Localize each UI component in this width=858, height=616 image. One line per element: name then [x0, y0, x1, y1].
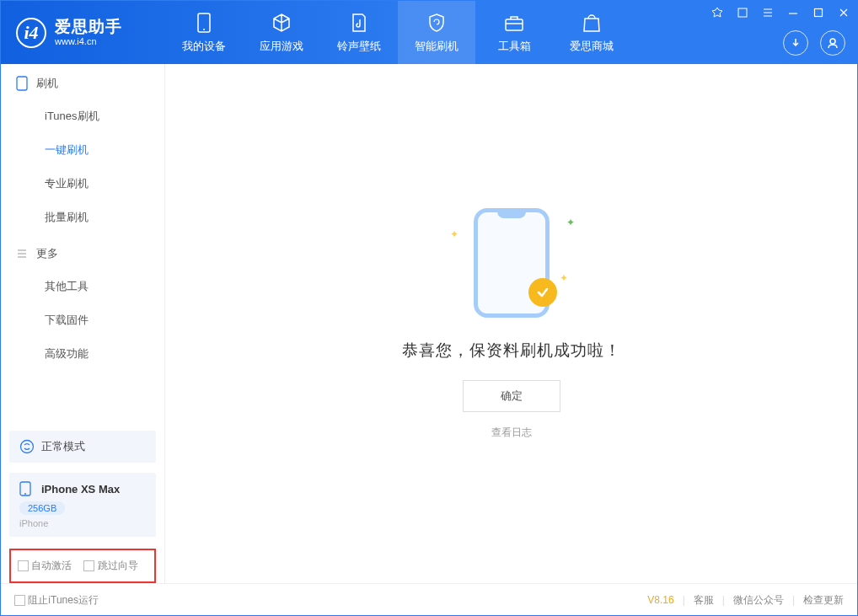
logo-icon: i4 — [16, 18, 46, 48]
section-flash: 刷机 — [1, 64, 164, 99]
view-log-link[interactable]: 查看日志 — [491, 426, 532, 440]
shield-refresh-icon — [426, 12, 448, 34]
window-controls — [711, 6, 850, 19]
svg-point-1 — [203, 29, 205, 30]
bag-icon — [581, 12, 603, 34]
phone-small-icon — [16, 76, 28, 91]
svg-rect-6 — [17, 77, 27, 90]
toolbox-icon — [503, 12, 525, 34]
download-button[interactable] — [783, 30, 808, 56]
svg-rect-3 — [738, 8, 747, 17]
cube-icon — [271, 12, 292, 34]
sidebar: 刷机 iTunes刷机 一键刷机 专业刷机 批量刷机 更多 其他工具 下载固件 … — [1, 64, 165, 583]
nav-ringtone-wallpaper[interactable]: 铃声壁纸 — [320, 1, 398, 64]
checkbox-label: 跳过向导 — [98, 560, 138, 571]
app-url: www.i4.cn — [55, 36, 122, 46]
svg-point-5 — [830, 39, 835, 44]
success-message: 恭喜您，保资料刷机成功啦！ — [402, 340, 621, 362]
header: i4 爱思助手 www.i4.cn 我的设备 应用游戏 铃声壁纸 智能刷机 工具… — [1, 1, 857, 64]
nav: 我的设备 应用游戏 铃声壁纸 智能刷机 工具箱 爱思商城 — [165, 1, 630, 64]
nav-label: 智能刷机 — [415, 39, 458, 54]
svg-point-9 — [24, 493, 26, 495]
mode-label: 正常模式 — [41, 439, 85, 454]
ok-button[interactable]: 确定 — [463, 380, 560, 412]
device-card[interactable]: iPhone XS Max 256GB iPhone — [9, 473, 156, 537]
nav-apps-games[interactable]: 应用游戏 — [243, 1, 320, 64]
nav-label: 应用游戏 — [260, 39, 303, 54]
checkbox-label: 阻止iTunes运行 — [28, 594, 99, 606]
nav-store[interactable]: 爱思商城 — [553, 1, 630, 64]
phone-icon — [193, 12, 215, 34]
nav-label: 爱思商城 — [570, 39, 614, 54]
svg-rect-4 — [815, 9, 823, 17]
nav-label: 我的设备 — [182, 39, 226, 54]
sidebar-item-itunes-flash[interactable]: iTunes刷机 — [1, 99, 164, 133]
phone-illustration — [474, 208, 550, 318]
checkbox-auto-activate[interactable]: 自动激活 — [18, 559, 72, 573]
success-check-icon — [528, 278, 557, 307]
sidebar-item-oneclick-flash[interactable]: 一键刷机 — [1, 133, 164, 167]
wechat-link[interactable]: 微信公众号 — [733, 593, 784, 608]
checkbox-skip-guide[interactable]: 跳过向导 — [83, 559, 137, 573]
nav-my-device[interactable]: 我的设备 — [165, 1, 243, 64]
minimize-button[interactable] — [786, 6, 800, 19]
header-right — [783, 30, 845, 56]
checkbox-label: 自动激活 — [31, 560, 72, 571]
list-icon — [16, 248, 28, 260]
device-type: iPhone — [19, 518, 146, 528]
section-label: 更多 — [36, 246, 58, 261]
music-file-icon — [348, 12, 370, 34]
footer: 阻止iTunes运行 V8.16 | 客服 | 微信公众号 | 检查更新 — [1, 583, 857, 616]
storage-badge: 256GB — [19, 501, 65, 515]
menu-icon[interactable] — [761, 6, 775, 19]
sidebar-item-download-firmware[interactable]: 下载固件 — [1, 303, 164, 337]
nav-toolbox[interactable]: 工具箱 — [475, 1, 553, 64]
options-highlight: 自动激活 跳过向导 — [9, 549, 156, 583]
user-button[interactable] — [820, 30, 845, 56]
skin-icon[interactable] — [736, 6, 749, 19]
logo: i4 爱思助手 www.i4.cn — [1, 1, 165, 64]
nav-smart-flash[interactable]: 智能刷机 — [398, 1, 475, 64]
section-more: 更多 — [1, 234, 164, 270]
mode-card[interactable]: 正常模式 — [9, 431, 156, 463]
success-illustration: ✦ ✦ ✦ — [474, 208, 550, 318]
support-link[interactable]: 客服 — [694, 593, 714, 608]
sidebar-item-batch-flash[interactable]: 批量刷机 — [1, 201, 164, 234]
version-label: V8.16 — [647, 594, 673, 606]
sidebar-item-advanced[interactable]: 高级功能 — [1, 337, 164, 371]
sparkle-icon: ✦ — [560, 272, 568, 284]
main-content: ✦ ✦ ✦ 恭喜您，保资料刷机成功啦！ 确定 查看日志 — [165, 64, 857, 583]
refresh-icon — [19, 439, 35, 454]
section-label: 刷机 — [36, 76, 58, 91]
body: 刷机 iTunes刷机 一键刷机 专业刷机 批量刷机 更多 其他工具 下载固件 … — [1, 64, 857, 583]
sidebar-item-pro-flash[interactable]: 专业刷机 — [1, 167, 164, 201]
device-name: iPhone XS Max — [41, 483, 120, 495]
checkbox-block-itunes[interactable]: 阻止iTunes运行 — [14, 593, 99, 608]
app-name: 爱思助手 — [55, 19, 122, 36]
check-update-link[interactable]: 检查更新 — [803, 593, 844, 608]
sparkle-icon: ✦ — [566, 217, 575, 228]
feedback-icon[interactable] — [711, 6, 724, 19]
nav-label: 工具箱 — [498, 39, 531, 54]
maximize-button[interactable] — [812, 6, 825, 19]
close-button[interactable] — [837, 6, 850, 19]
svg-point-7 — [21, 441, 34, 453]
device-icon — [19, 481, 31, 496]
sidebar-item-other-tools[interactable]: 其他工具 — [1, 270, 164, 303]
nav-label: 铃声壁纸 — [337, 39, 381, 54]
svg-rect-2 — [506, 19, 523, 30]
sparkle-icon: ✦ — [450, 228, 458, 240]
